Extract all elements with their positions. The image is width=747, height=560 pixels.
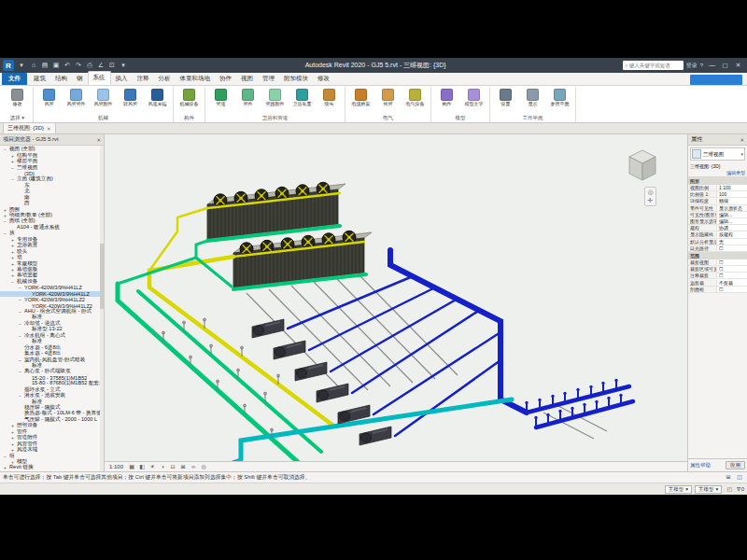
show-crop-region-icon[interactable]: ⊠ <box>178 463 188 471</box>
ribbon-panel-label[interactable]: 模型 <box>434 113 486 122</box>
property-row[interactable]: 规程 协调 <box>688 225 747 231</box>
visual-style-icon[interactable]: ◧ <box>137 463 147 471</box>
edit-type-button[interactable]: 编辑类型 <box>688 170 747 177</box>
tree-expand-icon[interactable]: − <box>18 321 22 327</box>
tree-expand-icon[interactable]: − <box>18 369 22 374</box>
tree-expand-icon[interactable]: − <box>3 218 7 224</box>
property-value[interactable]: ☐ <box>717 287 747 292</box>
type-selector[interactable]: 三维视图 ▾ <box>690 147 745 161</box>
help-icon[interactable]: ? <box>700 63 703 68</box>
property-row[interactable]: 裁剪区域可见 ☐ <box>688 266 747 273</box>
ribbon-tab[interactable]: 建筑 <box>29 73 50 85</box>
tree-expand-icon[interactable]: − <box>3 231 7 236</box>
ribbon-tab[interactable]: 管理 <box>258 73 279 85</box>
ribbon-button[interactable]: 卫浴装置 <box>289 89 315 107</box>
ribbon-button[interactable]: 软风管 <box>118 89 143 107</box>
tree-expand-icon[interactable]: + <box>10 243 15 248</box>
property-value[interactable]: 编辑... <box>717 212 747 217</box>
tree-expand-icon[interactable]: + <box>3 207 7 213</box>
ribbon-button[interactable]: 电气设备 <box>402 89 428 107</box>
property-value[interactable]: 不剪裁 <box>717 279 747 285</box>
ribbon-button[interactable]: 喷头 <box>317 89 342 107</box>
tree-expand-icon[interactable]: + <box>10 435 15 441</box>
scrollbar-thumb[interactable] <box>100 244 104 309</box>
ribbon-button[interactable]: 显示 <box>520 89 545 107</box>
app-menu-caret-icon[interactable]: ▾ <box>17 61 26 70</box>
property-row[interactable]: 详细程度 精细 <box>688 198 747 204</box>
ribbon-button[interactable]: 线管 <box>375 89 401 107</box>
tree-expand-icon[interactable]: + <box>10 153 15 159</box>
home-icon[interactable]: ⌂ <box>29 61 38 70</box>
tree-expand-icon[interactable]: + <box>10 261 15 267</box>
property-value[interactable]: 精细 <box>717 198 747 203</box>
ribbon-tab[interactable]: 系统 <box>88 71 111 85</box>
tree-expand-icon[interactable]: + <box>10 429 15 435</box>
ribbon-button[interactable]: 风管 <box>36 89 62 107</box>
tree-expand-icon[interactable]: − <box>18 297 22 302</box>
workset-selector[interactable]: 主模型 ▾ <box>665 485 692 494</box>
blue-manifold-stubs[interactable] <box>525 379 622 427</box>
property-group-header[interactable]: 图形 <box>688 177 747 185</box>
scale-button[interactable]: 1:100 <box>106 464 126 469</box>
property-value[interactable]: ☐ <box>717 245 747 251</box>
tree-item[interactable]: + Revit 链接 <box>0 465 104 470</box>
property-row[interactable]: 零件可见性 显示原状态 <box>688 205 747 212</box>
ribbon-tab[interactable]: 体量和场地 <box>176 73 216 85</box>
selection-filter[interactable]: ∇ 0 <box>737 486 744 492</box>
ribbon-panel-label[interactable]: 卫浴和管道 <box>208 113 342 122</box>
design-option-selector[interactable]: 主模型 ▾ <box>695 485 722 494</box>
property-value[interactable]: ☐ <box>717 273 747 278</box>
property-row[interactable]: 裁剪视图 ☐ <box>688 259 747 266</box>
shadows-icon[interactable]: ◑ <box>158 463 167 471</box>
ribbon-button[interactable]: 参照平面 <box>547 89 572 107</box>
ribbon-tab[interactable]: 注释 <box>133 73 154 85</box>
ribbon-panel-label[interactable]: 构件 <box>176 113 202 122</box>
tree-expand-icon[interactable]: + <box>3 213 7 218</box>
ribbon-button[interactable]: 模型文字 <box>461 89 486 107</box>
ribbon-tab[interactable]: 协作 <box>215 73 236 85</box>
view-tab-close-icon[interactable]: ✕ <box>47 126 51 132</box>
tree-expand-icon[interactable]: + <box>10 255 15 260</box>
close-icon[interactable]: ✕ <box>740 137 744 143</box>
property-row[interactable]: 视图比例 1:100 <box>688 185 747 191</box>
ribbon-tab[interactable]: 文件 <box>2 73 27 85</box>
tree-expand-icon[interactable]: − <box>18 393 22 399</box>
background-processes-icon[interactable]: ⊞ <box>724 473 733 482</box>
project-browser-header[interactable]: 项目浏览器 - GJ5 5.rvt ✕ <box>0 134 104 146</box>
properties-header[interactable]: 属性 ✕ <box>688 134 747 146</box>
property-value[interactable]: 100 <box>717 191 747 197</box>
ribbon-button[interactable]: 修改 <box>5 89 30 107</box>
tree-expand-icon[interactable]: + <box>10 237 15 243</box>
ribbon-button[interactable]: 管路附件 <box>262 89 288 107</box>
tree-expand-icon[interactable]: + <box>10 423 15 428</box>
view-tab-3d[interactable]: 三维视图: {3D} ✕ <box>3 122 56 133</box>
model-3d-view[interactable] <box>105 134 687 461</box>
property-row[interactable]: 显示隐藏线 按规程 <box>688 231 747 238</box>
ribbon-tab[interactable]: 修改 <box>313 73 334 85</box>
revit-logo[interactable]: R <box>3 60 14 71</box>
property-value[interactable]: 协调 <box>717 225 747 231</box>
property-row[interactable]: 默认分析显示样式 无 <box>688 239 747 245</box>
ribbon-panel-label[interactable]: 选择 ▾ <box>5 113 30 122</box>
apply-button[interactable]: 应用 <box>726 461 745 469</box>
ribbon-panel-label[interactable]: 机械 <box>36 113 170 122</box>
close-button[interactable]: ✕ <box>732 60 744 71</box>
qat-customize-icon[interactable]: ▾ <box>119 61 128 70</box>
worksharing-display-icon[interactable]: ◫ <box>735 473 744 482</box>
ribbon-button[interactable]: 风管管件 <box>63 89 89 107</box>
property-value[interactable]: 按规程 <box>717 231 747 237</box>
cooling-tower-bank-1[interactable] <box>207 182 345 239</box>
ribbon-tab[interactable]: 分析 <box>154 73 176 85</box>
property-value[interactable]: 编辑... <box>717 218 747 224</box>
viewcube[interactable] <box>620 142 663 185</box>
properties-help-link[interactable]: 属性帮助 <box>690 462 711 469</box>
scrollbar[interactable] <box>100 146 104 471</box>
property-row[interactable]: 比例值 1: 100 <box>688 191 747 198</box>
temporary-hide-isolate-icon[interactable]: ∞ <box>189 463 198 471</box>
tree-expand-icon[interactable]: − <box>18 285 22 290</box>
detail-level-icon[interactable]: ▦ <box>127 463 136 471</box>
redo-icon[interactable]: ↷ <box>74 61 83 70</box>
tree-expand-icon[interactable]: − <box>18 357 22 363</box>
tree-expand-icon[interactable]: − <box>18 309 22 315</box>
crop-view-icon[interactable]: ⊡ <box>168 463 177 471</box>
